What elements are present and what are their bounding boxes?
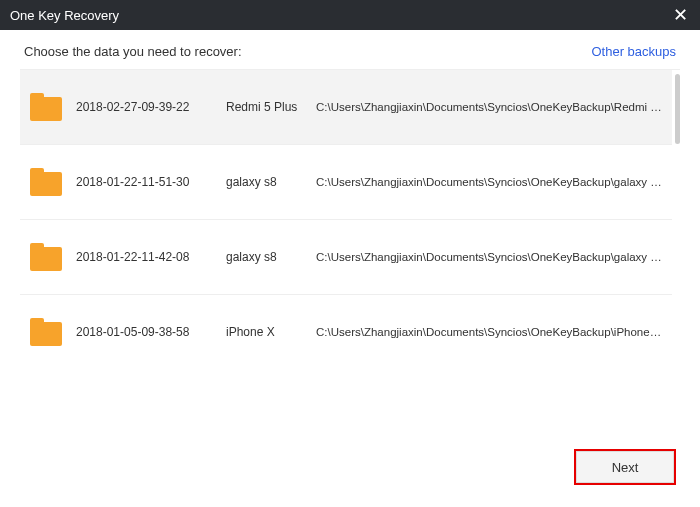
- prompt-text: Choose the data you need to recover:: [24, 44, 242, 59]
- backup-row[interactable]: 2018-01-22-11-42-08galaxy s8C:\Users\Zha…: [20, 220, 672, 295]
- backup-list-container: 2018-02-27-09-39-22Redmi 5 PlusC:\Users\…: [20, 69, 680, 369]
- other-backups-link[interactable]: Other backups: [591, 44, 676, 59]
- subheader: Choose the data you need to recover: Oth…: [0, 30, 700, 69]
- titlebar: One Key Recovery ✕: [0, 0, 700, 30]
- backup-device: Redmi 5 Plus: [226, 100, 316, 114]
- backup-path: C:\Users\Zhangjiaxin\Documents\Syncios\O…: [316, 176, 662, 188]
- window-title: One Key Recovery: [10, 8, 119, 23]
- backup-path: C:\Users\Zhangjiaxin\Documents\Syncios\O…: [316, 251, 662, 263]
- backup-date: 2018-01-05-09-38-58: [76, 325, 226, 339]
- folder-icon: [30, 318, 62, 346]
- backup-row[interactable]: 2018-01-05-09-38-58iPhone XC:\Users\Zhan…: [20, 295, 672, 369]
- backup-device: iPhone X: [226, 325, 316, 339]
- next-button[interactable]: Next: [574, 449, 676, 485]
- backup-path: C:\Users\Zhangjiaxin\Documents\Syncios\O…: [316, 101, 662, 113]
- backup-path: C:\Users\Zhangjiaxin\Documents\Syncios\O…: [316, 326, 662, 338]
- close-icon[interactable]: ✕: [670, 4, 690, 26]
- backup-date: 2018-01-22-11-51-30: [76, 175, 226, 189]
- backup-row[interactable]: 2018-01-22-11-51-30galaxy s8C:\Users\Zha…: [20, 145, 672, 220]
- backup-row[interactable]: 2018-02-27-09-39-22Redmi 5 PlusC:\Users\…: [20, 70, 672, 145]
- backup-device: galaxy s8: [226, 175, 316, 189]
- folder-icon: [30, 243, 62, 271]
- backup-date: 2018-02-27-09-39-22: [76, 100, 226, 114]
- backup-date: 2018-01-22-11-42-08: [76, 250, 226, 264]
- folder-icon: [30, 168, 62, 196]
- backup-device: galaxy s8: [226, 250, 316, 264]
- backup-list: 2018-02-27-09-39-22Redmi 5 PlusC:\Users\…: [20, 70, 672, 369]
- scrollbar-thumb[interactable]: [675, 74, 680, 144]
- folder-icon: [30, 93, 62, 121]
- footer: Next: [574, 449, 676, 485]
